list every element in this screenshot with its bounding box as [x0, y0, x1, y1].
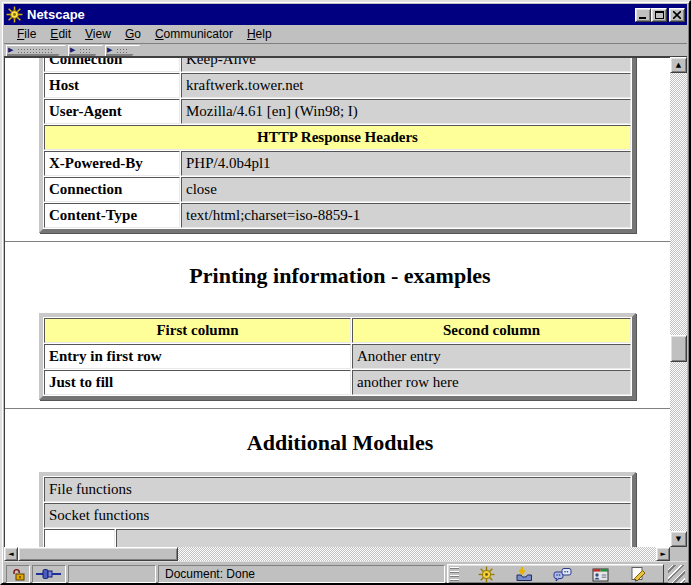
menu-bar: File Edit View Go Communicator Help: [4, 25, 687, 44]
table-header-row: First column Second column: [44, 318, 631, 343]
additional-modules-table: File functions Socket functions: [39, 472, 636, 547]
horizontal-scroll-thumb[interactable]: [18, 547, 178, 561]
table-row: X-Powered-ByPHP/4.0b4pl1: [44, 151, 631, 176]
address-book-icon[interactable]: [590, 566, 610, 583]
scroll-left-button[interactable]: ◄: [4, 547, 18, 561]
minimize-icon: [639, 17, 646, 19]
column-header: First column: [44, 318, 351, 343]
close-button[interactable]: [669, 8, 685, 22]
table-row: File functions: [44, 477, 631, 502]
location-toolbar-tab[interactable]: ▶: [68, 45, 103, 56]
maximize-button[interactable]: [651, 8, 667, 22]
minimize-button[interactable]: [635, 8, 651, 22]
up-arrow-icon: ▲: [676, 61, 681, 69]
netscape-window: Netscape File Edit View Go Communicator …: [0, 0, 691, 585]
collapsed-toolbars-strip: ▶ ▶ ▶: [4, 44, 687, 57]
connection-plug-icon: [36, 568, 62, 580]
window-title: Netscape: [27, 7, 635, 22]
unlocked-padlock-icon: [12, 568, 25, 581]
printing-heading: Printing information - examples: [5, 263, 670, 289]
menu-communicator[interactable]: Communicator: [148, 25, 240, 44]
status-message: Document: Done: [158, 565, 445, 583]
window-resize-grip[interactable]: [668, 565, 685, 583]
phpinfo-page: ConnectionKeep-Alive Hostkraftwerk.tower…: [5, 57, 670, 547]
online-status-indicator[interactable]: [32, 565, 66, 583]
table-row: Just to fillanother row here: [44, 370, 631, 395]
table-row: User-AgentMozilla/4.61 [en] (Win98; I): [44, 99, 631, 124]
table-row-partial: [44, 529, 631, 547]
inbox-icon[interactable]: [514, 566, 534, 583]
table-row: Socket functions: [44, 503, 631, 528]
component-bar: [447, 564, 664, 584]
browser-viewport: ConnectionKeep-Alive Hostkraftwerk.tower…: [4, 57, 670, 547]
expand-arrow-icon: ▶: [8, 45, 13, 56]
section-title: HTTP Response Headers: [44, 125, 631, 150]
menu-view[interactable]: View: [78, 25, 118, 44]
scroll-down-button[interactable]: ▼: [670, 531, 687, 547]
vertical-scroll-track[interactable]: [670, 73, 687, 531]
table-row: Entry in first rowAnother entry: [44, 344, 631, 369]
navigator-icon[interactable]: [476, 566, 496, 583]
composer-icon[interactable]: [628, 566, 648, 583]
table-row: Hostkraftwerk.tower.net: [44, 73, 631, 98]
down-arrow-icon: ▼: [676, 535, 681, 543]
progress-bar: [68, 565, 156, 583]
menu-edit[interactable]: Edit: [43, 25, 78, 44]
left-arrow-icon: ◄: [8, 550, 13, 558]
expand-arrow-icon: ▶: [107, 45, 112, 56]
scroll-right-button[interactable]: ►: [656, 547, 670, 561]
printing-examples-table: First column Second column Entry in firs…: [39, 313, 636, 400]
menu-help[interactable]: Help: [240, 25, 279, 44]
scrollbar-corner: [670, 547, 687, 561]
status-bar: Document: Done: [4, 561, 687, 585]
navigation-toolbar-tab[interactable]: ▶: [6, 45, 66, 56]
section-divider: [5, 241, 670, 243]
right-arrow-icon: ►: [660, 550, 665, 558]
discussions-icon[interactable]: [552, 566, 572, 583]
netscape-logo-icon: [6, 6, 23, 23]
http-headers-table: ConnectionKeep-Alive Hostkraftwerk.tower…: [39, 57, 636, 233]
menu-go[interactable]: Go: [118, 25, 148, 44]
menu-file[interactable]: File: [10, 25, 43, 44]
personal-toolbar-tab[interactable]: ▶: [105, 45, 140, 56]
table-row: Connectionclose: [44, 177, 631, 202]
horizontal-scroll-track[interactable]: [18, 547, 656, 561]
component-bar-drag-handle[interactable]: [450, 567, 459, 581]
column-header: Second column: [352, 318, 631, 343]
scroll-up-button[interactable]: ▲: [670, 57, 687, 73]
section-header-row: HTTP Response Headers: [44, 125, 631, 150]
modules-heading: Additional Modules: [5, 430, 670, 456]
close-icon: [673, 11, 681, 19]
expand-arrow-icon: ▶: [70, 45, 75, 56]
vertical-scrollbar[interactable]: ▲ ▼: [670, 57, 687, 547]
maximize-icon: [655, 11, 664, 19]
section-divider: [5, 408, 670, 410]
table-row: ConnectionKeep-Alive: [44, 57, 631, 72]
vertical-scroll-thumb[interactable]: [670, 335, 687, 362]
horizontal-scrollbar[interactable]: ◄ ►: [4, 547, 670, 561]
title-bar[interactable]: Netscape: [4, 4, 687, 25]
security-indicator[interactable]: [6, 565, 30, 583]
table-row: Content-Typetext/html;charset=iso-8859-1: [44, 203, 631, 228]
